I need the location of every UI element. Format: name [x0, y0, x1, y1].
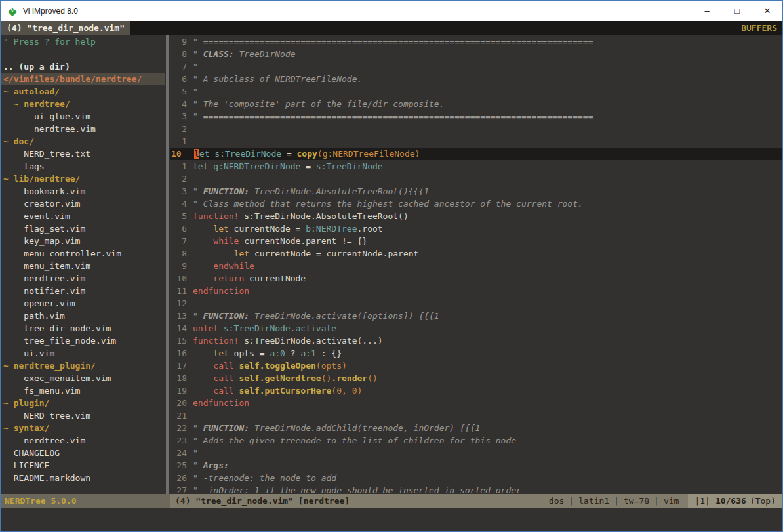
code-line[interactable]: 2 — [170, 173, 782, 185]
code-text: endwhile — [193, 260, 254, 272]
nerdtree-item-dir[interactable]: ~ doc/ — [1, 135, 165, 148]
nerdtree-item-file[interactable]: nerdtree.vim — [1, 434, 165, 447]
line-number: 4 — [170, 197, 187, 210]
nerdtree-item-file[interactable]: ui.vim — [1, 347, 165, 359]
nerdtree-item-file[interactable]: tree_dir_node.vim — [1, 322, 165, 335]
tabline-fill — [130, 21, 736, 35]
code-line[interactable]: 1 — [170, 135, 782, 148]
code-line[interactable]: 8" CLASS: TreeDirNode — [170, 48, 782, 60]
nerdtree-item-dir[interactable]: ~ syntax/ — [1, 422, 165, 434]
code-text: " ======================================… — [193, 110, 593, 123]
line-number: 5 — [170, 210, 187, 222]
tab-tree-dir-node[interactable]: (4) "tree_dir_node.vim" — [1, 21, 130, 35]
code-line[interactable]: 9" =====================================… — [170, 35, 782, 48]
separator-line — [166, 35, 169, 494]
nerdtree-item-file[interactable]: path.vim — [1, 310, 165, 322]
code-line[interactable]: 13" FUNCTION: TreeDirNode.activate([opti… — [170, 310, 782, 322]
code-line[interactable]: 11endfunction — [170, 285, 782, 297]
window-separator[interactable] — [165, 35, 170, 494]
maximize-button[interactable]: □ — [722, 1, 752, 21]
nerdtree-item-file[interactable]: nerdtree.vim — [1, 272, 165, 285]
code-line[interactable]: 6 let currentNode = b:NERDTree.root — [170, 222, 782, 235]
buffers-label: BUFFERS — [736, 21, 782, 35]
line-number: 9 — [170, 35, 187, 48]
nerdtree-item-updir[interactable]: .. (up a dir) — [1, 60, 165, 73]
close-button[interactable]: ✕ — [752, 1, 782, 21]
nerdtree-item-file[interactable]: menu_item.vim — [1, 260, 165, 272]
nerdtree-item-dir[interactable]: ~ nerdtree/ — [1, 98, 165, 110]
code-line[interactable]: 1let g:NERDTreeDirNode = s:TreeDirNode — [170, 160, 782, 173]
nerdtree-item-file[interactable]: CHANGELOG — [1, 447, 165, 459]
code-text: call self.toggleOpen(opts) — [193, 359, 347, 372]
code-line[interactable]: 15function! s:TreeDirNode.activate(...) — [170, 335, 782, 347]
nerdtree-item-file[interactable]: tags — [1, 160, 165, 173]
code-line[interactable]: 18 call self.getNerdtree().render() — [170, 372, 782, 384]
command-line[interactable] — [1, 508, 782, 531]
code-line[interactable]: 24" — [170, 447, 782, 459]
nerdtree-item-file[interactable]: README.markdown — [1, 472, 165, 484]
nerdtree-item-dir[interactable]: ~ nerdtree_plugin/ — [1, 359, 165, 372]
code-text: function! s:TreeDirNode.activate(...) — [193, 335, 383, 347]
code-line[interactable]: 3" =====================================… — [170, 110, 782, 123]
minimize-button[interactable]: – — [692, 1, 722, 21]
statusline-settings: dos | latin1 | tw=78 | vim — [549, 496, 679, 506]
nerdtree-item-file[interactable]: event.vim — [1, 210, 165, 222]
code-line[interactable]: 7" — [170, 60, 782, 73]
code-line[interactable]: 5" — [170, 85, 782, 98]
nerdtree-item-file[interactable]: menu_controller.vim — [1, 247, 165, 260]
code-line[interactable]: 10 return currentNode — [170, 272, 782, 285]
nerdtree-item-file[interactable]: flag_set.vim — [1, 222, 165, 235]
code-line[interactable]: 17 call self.toggleOpen(opts) — [170, 359, 782, 372]
nerdtree-item-file[interactable]: tree_file_node.vim — [1, 335, 165, 347]
line-number: 21 — [170, 409, 187, 422]
nerdtree-pane[interactable]: " Press ? for help.. (up a dir)</vimfile… — [1, 35, 165, 494]
nerdtree-item-file[interactable]: exec_menuitem.vim — [1, 372, 165, 384]
nerdtree-item-file[interactable]: fs_menu.vim — [1, 384, 165, 397]
code-line[interactable]: 8 let currentNode = currentNode.parent — [170, 247, 782, 260]
code-line[interactable]: 2 — [170, 123, 782, 135]
code-text: " Args: — [193, 459, 229, 472]
nerdtree-item-file[interactable]: creator.vim — [1, 197, 165, 210]
code-line[interactable]: 25" Args: — [170, 459, 782, 472]
nerdtree-item-file[interactable]: NERD_tree.vim — [1, 409, 165, 422]
code-line[interactable]: 9 endwhile — [170, 260, 782, 272]
code-line[interactable]: 7 while currentNode.parent != {} — [170, 235, 782, 247]
nerdtree-item-file[interactable]: LICENCE — [1, 459, 165, 472]
vim-window: ◆ V Vi IMproved 8.0 – □ ✕ (4) "tree_dir_… — [0, 0, 783, 532]
nerdtree-item-file[interactable]: notifier.vim — [1, 285, 165, 297]
nerdtree-item-file[interactable]: key_map.vim — [1, 235, 165, 247]
nerdtree-item-blank — [1, 48, 165, 60]
code-line[interactable]: 4" The 'composite' part of the file/dir … — [170, 98, 782, 110]
nerdtree-item-file[interactable]: bookmark.vim — [1, 185, 165, 197]
code-line[interactable]: 6" A subclass of NERDTreeFileNode. — [170, 73, 782, 85]
nerdtree-item-dir[interactable]: ~ plugin/ — [1, 397, 165, 409]
code-text: call self.putCursorHere(0, 0) — [193, 384, 362, 397]
code-text: function! s:TreeDirNode.AbsoluteTreeRoot… — [193, 210, 409, 222]
code-line[interactable]: 12 — [170, 297, 782, 310]
separator-pipe: | — [569, 496, 574, 506]
code-line[interactable]: 23" Adds the given treenode to the list … — [170, 434, 782, 447]
code-line[interactable]: 21 — [170, 409, 782, 422]
nerdtree-item-dir[interactable]: ~ autoload/ — [1, 85, 165, 98]
code-line[interactable]: 20endfunction — [170, 397, 782, 409]
code-line[interactable]: 26" -treenode: the node to add — [170, 472, 782, 484]
line-number: 17 — [170, 359, 187, 372]
code-line[interactable]: 5function! s:TreeDirNode.AbsoluteTreeRoo… — [170, 210, 782, 222]
code-line-current[interactable]: 10let s:TreeDirNode = copy(g:NERDTreeFil… — [170, 148, 782, 160]
code-line[interactable]: 4" Class method that returns the highest… — [170, 197, 782, 210]
code-line[interactable]: 14unlet s:TreeDirNode.activate — [170, 322, 782, 335]
nerdtree-item-root[interactable]: </vimfiles/bundle/nerdtree/ — [1, 73, 165, 85]
nerdtree-item-file[interactable]: nerdtree.vim — [1, 123, 165, 135]
code-text: return currentNode — [193, 272, 306, 285]
nerdtree-item-file[interactable]: ui_glue.vim — [1, 110, 165, 123]
editor-pane[interactable]: 9" =====================================… — [170, 35, 782, 494]
code-line[interactable]: 27" -inOrder: 1 if the new node should b… — [170, 484, 782, 494]
code-line[interactable]: 3" FUNCTION: TreeDirNode.AbsoluteTreeRoo… — [170, 185, 782, 197]
code-line[interactable]: 16 let opts = a:0 ? a:1 : {} — [170, 347, 782, 359]
code-text: " Class method that returns the highest … — [193, 197, 583, 210]
code-line[interactable]: 22" FUNCTION: TreeDirNode.addChild(treen… — [170, 422, 782, 434]
nerdtree-item-file[interactable]: opener.vim — [1, 297, 165, 310]
nerdtree-item-dir[interactable]: ~ lib/nerdtree/ — [1, 173, 165, 185]
nerdtree-item-file[interactable]: NERD_tree.txt — [1, 148, 165, 160]
code-line[interactable]: 19 call self.putCursorHere(0, 0) — [170, 384, 782, 397]
